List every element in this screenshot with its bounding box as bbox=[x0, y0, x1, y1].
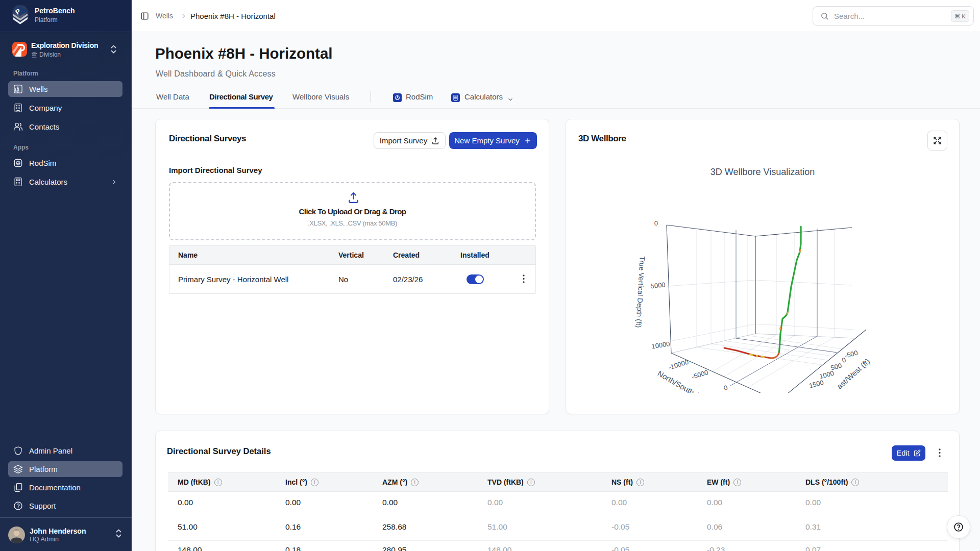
svg-text:-5000: -5000 bbox=[691, 368, 709, 381]
svg-text:10000: 10000 bbox=[651, 340, 670, 350]
svg-text:1500: 1500 bbox=[808, 379, 825, 390]
svg-text:0: 0 bbox=[654, 219, 658, 227]
svg-text:3D Wellbore Visualization: 3D Wellbore Visualization bbox=[710, 167, 815, 177]
svg-text:5000: 5000 bbox=[650, 281, 666, 290]
svg-text:-500: -500 bbox=[844, 349, 859, 360]
svg-text:0: 0 bbox=[723, 384, 728, 392]
svg-text:-10000: -10000 bbox=[668, 358, 690, 371]
svg-text:True Vertical Depth (ft): True Vertical Depth (ft) bbox=[634, 256, 646, 328]
